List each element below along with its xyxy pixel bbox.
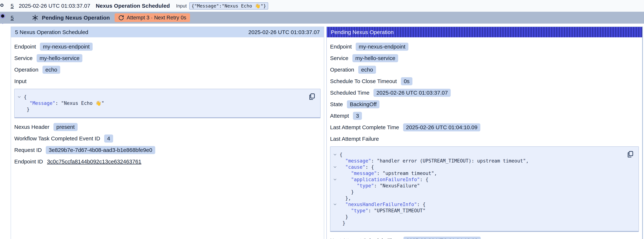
json-line: } bbox=[15, 106, 304, 112]
field-value-chip: present bbox=[54, 123, 78, 131]
field-label: Nexus Header bbox=[14, 124, 50, 130]
field-label: Service bbox=[330, 55, 348, 61]
event-row-nexus-operation-scheduled[interactable]: 5 2025-02-26 UTC 01:03:37.07 Nexus Opera… bbox=[0, 0, 644, 12]
pending-operation-header-title: Pending Nexus Operation bbox=[331, 29, 394, 35]
pending-nexus-operation-row[interactable]: 5 Pending Nexus Operation Attempt 3 · Ne… bbox=[0, 12, 644, 24]
event-marker-current-icon bbox=[1, 14, 4, 18]
field-value-link[interactable]: 3c0c75ccfa8144b092c13ce632463761 bbox=[47, 158, 141, 165]
retry-icon bbox=[118, 15, 124, 21]
field-label: Last Attempt Failure bbox=[330, 136, 379, 142]
detail-row-schedule-to-close-timeout: Schedule To Close Timeout0s bbox=[330, 77, 639, 85]
json-code: "type": "NexusFailure" bbox=[340, 183, 420, 189]
event-detail-header-title: 5 Nexus Operation Scheduled bbox=[15, 29, 88, 35]
field-value-chip: BackingOff bbox=[347, 100, 380, 108]
pending-operation-header: Pending Nexus Operation bbox=[327, 27, 642, 37]
json-viewer-last-attempt-failure: { "message": "handler error (UPSTREAM_TI… bbox=[330, 146, 639, 232]
json-code: { bbox=[24, 94, 27, 100]
input-preview-chip: {"Message":"Nexus Echo 👋"} bbox=[189, 2, 268, 10]
retry-badge: Attempt 3 · Next Retry 0s bbox=[114, 13, 190, 22]
retry-badge-text: Attempt 3 · Next Retry 0s bbox=[127, 15, 186, 21]
field-label: Last Attempt Complete Time bbox=[330, 124, 399, 130]
detail-row-endpoint: Endpointmy-nexus-endpoint bbox=[330, 43, 639, 51]
event-id-link[interactable]: 5 bbox=[10, 3, 14, 9]
field-label: State bbox=[330, 101, 343, 108]
field-value-chip: echo bbox=[358, 66, 376, 74]
field-value-chip: 2025-02-26 UTC 01:03:37.07 bbox=[374, 89, 451, 97]
json-line: "Message": "Nexus Echo 👋" bbox=[15, 100, 304, 106]
event-title: Nexus Operation Scheduled bbox=[96, 3, 170, 9]
collapse-chevron-icon[interactable] bbox=[15, 95, 24, 99]
json-line: "type": "NexusFailure" bbox=[330, 183, 622, 189]
detail-row-input: Input bbox=[14, 77, 320, 85]
json-code: "nexusHandlerFailureInfo": { bbox=[340, 201, 426, 208]
copy-icon[interactable] bbox=[626, 150, 634, 159]
pending-event-id-link[interactable]: 5 bbox=[10, 15, 14, 21]
detail-row-last-attempt-failure: Last Attempt Failure bbox=[330, 135, 639, 143]
collapse-chevron-icon[interactable] bbox=[330, 177, 340, 182]
field-label: Service bbox=[14, 55, 32, 61]
field-label: Endpoint ID bbox=[14, 158, 43, 165]
json-line: "message": "handler error (UPSTREAM_TIME… bbox=[330, 158, 622, 164]
pending-title: Pending Nexus Operation bbox=[42, 15, 110, 21]
json-line: { bbox=[15, 94, 304, 100]
json-code: } bbox=[340, 220, 345, 226]
detail-row-scheduled-time: Scheduled Time2025-02-26 UTC 01:03:37.07 bbox=[330, 89, 639, 97]
detail-row-operation: Operationecho bbox=[14, 66, 320, 74]
json-line: "cause": { bbox=[330, 164, 622, 170]
json-line: { bbox=[330, 152, 622, 158]
field-value-chip: my-nexus-endpoint bbox=[356, 43, 408, 51]
pending-operation-panel: Pending Nexus Operation Endpointmy-nexus… bbox=[326, 26, 643, 239]
json-line: "type": "UPSTREAM_TIMEOUT" bbox=[330, 208, 622, 214]
json-line: } bbox=[330, 189, 622, 195]
collapse-chevron-icon[interactable] bbox=[330, 202, 340, 206]
field-label: Operation bbox=[330, 66, 354, 73]
detail-row-endpoint: Endpointmy-nexus-endpoint bbox=[14, 43, 320, 51]
event-detail-panel: 5 Nexus Operation Scheduled 2025-02-26 U… bbox=[10, 26, 324, 239]
collapse-chevron-icon[interactable] bbox=[330, 152, 340, 157]
detail-row-workflow-task-completed-event-id: Workflow Task Completed Event ID4 bbox=[14, 134, 320, 142]
detail-row-next-attempt-schedule-time: Next Attempt Schedule Time2025-02-26 UTC… bbox=[330, 236, 639, 239]
field-label: Input bbox=[14, 78, 26, 84]
collapse-chevron-icon[interactable] bbox=[330, 165, 340, 169]
detail-row-nexus-header: Nexus Headerpresent bbox=[14, 123, 320, 131]
event-timestamp: 2025-02-26 UTC 01:03:37.07 bbox=[19, 3, 90, 9]
field-label: Schedule To Close Timeout bbox=[330, 78, 397, 84]
json-code: "Message": "Nexus Echo 👋" bbox=[24, 100, 104, 106]
field-label: Next Attempt Schedule Time bbox=[330, 238, 400, 239]
json-line: } bbox=[330, 220, 622, 226]
detail-row-attempt: Attempt3 bbox=[330, 112, 639, 120]
json-code: } bbox=[24, 106, 30, 112]
field-label: Endpoint bbox=[330, 44, 352, 50]
field-value-chip: 0s bbox=[401, 77, 412, 85]
json-line: "message": "upstream timeout", bbox=[330, 170, 622, 176]
json-code: "message": "handler error (UPSTREAM_TIME… bbox=[340, 158, 529, 164]
json-code: "applicationFailureInfo": { bbox=[340, 176, 428, 183]
detail-row-state: StateBackingOff bbox=[330, 100, 639, 108]
json-line: "applicationFailureInfo": { bbox=[330, 176, 622, 183]
field-label: Workflow Task Completed Event ID bbox=[14, 136, 100, 142]
field-value-chip: 3e829b7e-7d67-4b08-aad3-b1e868bfe9e0 bbox=[46, 146, 155, 154]
json-code: } bbox=[340, 189, 354, 195]
json-code: "cause": { bbox=[340, 164, 374, 170]
field-label: Endpoint bbox=[14, 44, 36, 50]
json-line: } bbox=[330, 214, 622, 220]
detail-row-endpoint-id: Endpoint ID3c0c75ccfa8144b092c13ce632463… bbox=[14, 158, 320, 166]
json-code: "message": "upstream timeout", bbox=[340, 170, 437, 176]
copy-icon[interactable] bbox=[308, 92, 316, 102]
field-label: Request ID bbox=[14, 147, 42, 153]
workflow-event-history-view: 5 2025-02-26 UTC 01:03:37.07 Nexus Opera… bbox=[0, 0, 644, 239]
json-code: "type": "UPSTREAM_TIMEOUT" bbox=[340, 208, 426, 214]
json-code: } bbox=[340, 214, 348, 220]
detail-row-operation: Operationecho bbox=[330, 66, 639, 74]
json-code: { bbox=[340, 152, 342, 158]
field-value-chip: my-nexus-endpoint bbox=[40, 43, 92, 51]
input-label: Input bbox=[176, 3, 187, 9]
field-value-chip: 3 bbox=[353, 112, 362, 120]
field-value-chip: my-hello-service bbox=[352, 54, 398, 62]
detail-row-last-attempt-complete-time: Last Attempt Complete Time2025-02-26 UTC… bbox=[330, 123, 639, 132]
event-marker-open-icon bbox=[0, 4, 4, 7]
json-line: "nexusHandlerFailureInfo": { bbox=[330, 201, 622, 208]
detail-row-request-id: Request ID3e829b7e-7d67-4b08-aad3-b1e868… bbox=[14, 146, 320, 154]
field-value-chip: 2025-02-26 UTC 01:04:13.93 bbox=[404, 236, 481, 239]
json-viewer-input: { "Message": "Nexus Echo 👋" } bbox=[14, 89, 320, 118]
